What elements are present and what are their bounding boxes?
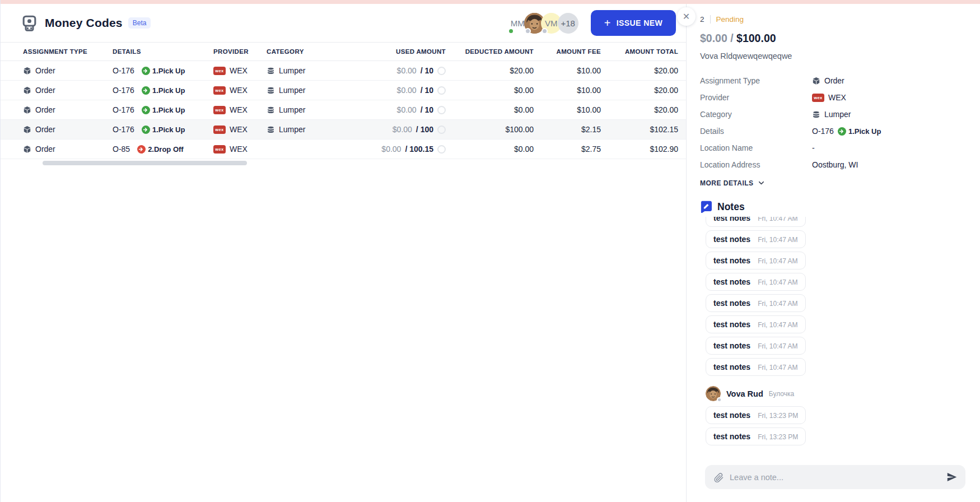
- notes-header: Notes: [700, 201, 966, 213]
- amount-summary: $0.00 / $100.00: [700, 32, 966, 45]
- pickup-stop-icon: [142, 67, 150, 75]
- progress-ring-icon: [437, 145, 446, 154]
- issue-new-button[interactable]: + ISSUE NEW: [591, 10, 676, 36]
- attach-file-button[interactable]: [713, 472, 724, 483]
- field-label: Location Address: [700, 160, 812, 169]
- stop-text: 1.Pick Up: [152, 67, 185, 75]
- column-header[interactable]: DEDUCTED AMOUNT: [446, 48, 534, 55]
- note-bubble: test notesFri, 10:47 AM: [706, 252, 806, 269]
- more-details-toggle[interactable]: MORE DETAILS: [700, 179, 766, 187]
- deducted-amount-cell: $0.00: [446, 145, 534, 154]
- lumper-category-icon: [267, 106, 275, 114]
- deducted-amount-cell: $0.00: [446, 86, 534, 95]
- field-label: Provider: [700, 93, 812, 102]
- field-value: Order: [812, 76, 966, 85]
- used-amount-value: $0.00: [397, 86, 417, 95]
- table-row[interactable]: OrderO-1761.Pick UpwexWEXLumper$0.00/ 10…: [1, 100, 686, 120]
- details-ref: O-176: [113, 105, 134, 114]
- progress-ring-icon: [437, 125, 446, 134]
- lumper-category-icon: [267, 86, 275, 95]
- send-note-button[interactable]: [946, 471, 958, 483]
- note-text: test notes: [713, 217, 750, 222]
- plus-icon: +: [604, 17, 611, 29]
- provider-cell: wexWEX: [213, 66, 267, 75]
- field-value: Lumper: [812, 110, 966, 119]
- table-row[interactable]: OrderO-852.Drop OffwexWEX$0.00/ 100.15$0…: [1, 140, 686, 159]
- horizontal-scrollbar: [1, 161, 686, 166]
- note-author-row: Vova Rud Булочка: [706, 386, 966, 401]
- page-title: Money Codes: [45, 16, 123, 30]
- provider-cell: wexWEX: [213, 105, 267, 114]
- note-timestamp: Fri, 13:23 PM: [758, 412, 798, 420]
- provider-label: WEX: [230, 86, 248, 95]
- column-header[interactable]: AMOUNT TOTAL: [601, 48, 678, 55]
- status-badge: Pending: [716, 15, 744, 24]
- note-text: test notes: [713, 299, 750, 308]
- details-ref: O-85: [113, 145, 130, 154]
- money-codes-app: Money Codes Beta MMVM+18 + ISSUE NEW ASS…: [0, 0, 980, 502]
- column-header[interactable]: AMOUNT FEE: [534, 48, 601, 55]
- details-cell: O-852.Drop Off: [113, 145, 213, 154]
- note-text: test notes: [713, 256, 750, 265]
- code-number: 2: [700, 15, 704, 24]
- paperclip-icon: [713, 472, 724, 483]
- amount-total-cell: $20.00: [601, 86, 678, 95]
- avatar-status-dot: [508, 28, 514, 34]
- note-timestamp: Fri, 10:47 AM: [758, 217, 797, 222]
- assignment-type-cell: Order: [23, 145, 113, 154]
- column-header[interactable]: ASSIGNMENT TYPE: [23, 48, 113, 55]
- detail-fields: Assignment TypeOrderProviderwexWEXCatego…: [700, 72, 966, 173]
- table-row[interactable]: OrderO-1761.Pick UpwexWEXLumper$0.00/ 10…: [1, 61, 686, 81]
- wex-provider-badge: wex: [213, 86, 226, 95]
- note-bubble: test notesFri, 10:47 AM: [706, 315, 806, 333]
- assignment-type-cell: Order: [23, 66, 113, 75]
- note-input[interactable]: [730, 473, 940, 482]
- horizontal-scrollbar-thumb[interactable]: [43, 161, 247, 165]
- author-status-dot: [717, 397, 722, 402]
- send-icon: [946, 471, 958, 483]
- stop-label: 2.Drop Off: [137, 145, 184, 154]
- amount-total-cell: $20.00: [601, 105, 678, 114]
- column-header[interactable]: CATEGORY: [267, 48, 342, 55]
- category-cell: Lumper: [267, 125, 342, 134]
- avatar-stack[interactable]: MMVM+18: [507, 13, 578, 34]
- note-bubble: test notesFri, 13:23 PM: [706, 427, 806, 445]
- field-value: Oostburg, WI: [812, 160, 966, 169]
- field-value: wexWEX: [812, 93, 966, 102]
- pickup-stop-icon: [142, 106, 150, 114]
- avatar-overflow-count[interactable]: +18: [558, 13, 578, 34]
- assignment-type-cell: Order: [23, 86, 113, 95]
- lumper-category-icon: [267, 67, 275, 75]
- assignment-type-label: Order: [35, 105, 55, 114]
- field-label: Location Name: [700, 143, 812, 152]
- pickup-stop-icon: [838, 127, 846, 136]
- field-value-text: -: [812, 143, 815, 152]
- column-header[interactable]: USED AMOUNT: [342, 48, 446, 55]
- assignment-type-label: Order: [35, 66, 55, 75]
- order-box-icon: [23, 86, 31, 95]
- provider-label: WEX: [230, 66, 248, 75]
- used-amount-value: $0.00: [397, 66, 417, 75]
- lumper-category-icon: [812, 110, 820, 119]
- assignment-type-cell: Order: [23, 125, 113, 134]
- amount-fee-cell: $2.15: [534, 125, 601, 134]
- detail-field-row: Location AddressOostburg, WI: [700, 156, 966, 173]
- detail-field-row: ProviderwexWEX: [700, 89, 966, 106]
- order-box-icon: [812, 77, 820, 85]
- note-timestamp: Fri, 10:47 AM: [758, 278, 797, 286]
- used-amount-limit: / 10: [421, 105, 433, 114]
- lumper-category-icon: [267, 125, 275, 134]
- note-bubble: test notesFri, 10:47 AM: [706, 294, 806, 312]
- used-amount-cell: $0.00/ 100: [342, 125, 446, 134]
- column-header[interactable]: DETAILS: [113, 48, 213, 55]
- field-label: Details: [700, 127, 812, 136]
- wex-provider-badge: wex: [213, 106, 226, 114]
- assignment-type-cell: Order: [23, 105, 113, 114]
- close-panel-button[interactable]: ✕: [677, 7, 696, 26]
- notes-title: Notes: [717, 201, 745, 213]
- table-row[interactable]: OrderO-1761.Pick UpwexWEXLumper$0.00/ 10…: [1, 120, 686, 140]
- details-panel: ✕ 2 Pending $0.00 / $100.00 Vova Rldqwew…: [686, 4, 980, 502]
- column-header[interactable]: PROVIDER: [213, 48, 267, 55]
- pickup-stop-icon: [142, 86, 150, 95]
- table-row[interactable]: OrderO-1761.Pick UpwexWEXLumper$0.00/ 10…: [1, 81, 686, 100]
